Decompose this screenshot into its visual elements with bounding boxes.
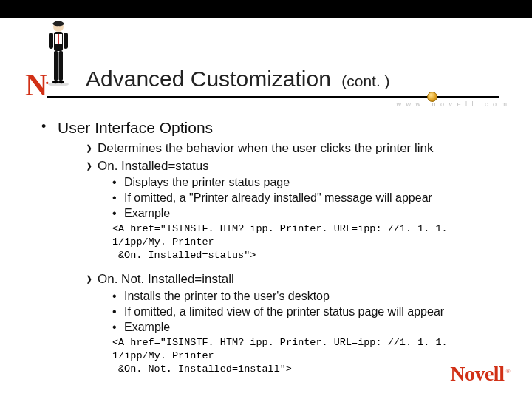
bullet-level3: • If omitted, a limited view of the prin… [112, 304, 505, 319]
bullet-level3: • Example [112, 206, 505, 221]
code-line: <A href="ISINSTF. HTM? ipp. Printer. URL… [112, 222, 505, 249]
text-installs-desktop: Installs the printer to the user's deskt… [124, 289, 330, 304]
text-omitted-installed: If omitted, a "Printer already installed… [124, 191, 432, 205]
bullet-dot-icon: • [41, 118, 58, 137]
code-block-1: <A href="ISINSTF. HTM? ipp. Printer. URL… [112, 222, 505, 263]
brand-url: w w w . n o v e l l . c o m [396, 100, 508, 108]
bullet-level2: ❱ On. Installed=status [86, 158, 505, 174]
svg-rect-6 [64, 33, 68, 49]
bullet-rquote-icon: ❱ [86, 271, 98, 287]
bullet-level3: • Example [112, 320, 505, 335]
text-oninstalled: On. Installed=status [98, 158, 209, 174]
slide-body: • User Interface Options ❱ Determines th… [41, 118, 505, 385]
figure-icon [44, 19, 72, 87]
svg-point-9 [52, 81, 58, 83]
bullet-dot-icon: • [112, 320, 124, 335]
footer-logo-text: Novell [450, 362, 504, 385]
footer-logo: Novell® [450, 362, 510, 386]
slide-title: Advanced Customization (cont. ) [86, 66, 390, 92]
code-block-2: <A href="ISINSTF. HTM? ipp. Printer. URL… [112, 336, 505, 377]
brand-n-mark: N. [25, 69, 48, 100]
bullet-dot-icon: • [112, 289, 124, 304]
bullet-dot-icon: • [112, 206, 124, 221]
bullet-rquote-icon: ❱ [86, 140, 98, 156]
text-onnotinstalled: On. Not. Installed=install [98, 271, 234, 287]
bullet-level3: • If omitted, a "Printer already install… [112, 191, 505, 205]
svg-rect-7 [54, 51, 58, 81]
svg-point-10 [58, 81, 64, 83]
bullet-level3: • Installs the printer to the user's des… [112, 289, 505, 304]
svg-rect-5 [49, 33, 53, 49]
bullet-rquote-icon: ❱ [86, 158, 98, 174]
bullet-level2: ❱ Determines the behavior when the user … [86, 140, 505, 156]
svg-point-0 [48, 82, 69, 86]
text-example-label: Example [124, 206, 170, 221]
text-determines-behavior: Determines the behavior when the user cl… [98, 140, 434, 156]
brand-n-glyph: N [25, 68, 47, 102]
svg-rect-8 [59, 51, 64, 81]
bullet-dot-icon: • [112, 175, 124, 190]
registered-mark-icon: ® [505, 368, 510, 375]
bullet-level3: • Displays the printer status page [112, 175, 505, 190]
bullet-dot-icon: • [112, 304, 124, 319]
code-line: &On. Not. Installed=install"> [112, 363, 505, 376]
top-bar [0, 0, 532, 18]
bullet-dot-icon: • [112, 191, 124, 205]
text-example-label: Example [124, 320, 170, 335]
code-line: <A href="ISINSTF. HTM? ipp. Printer. URL… [112, 336, 505, 363]
heading-ui-options: User Interface Options [58, 118, 213, 137]
text-displays-status: Displays the printer status page [124, 175, 290, 190]
text-omitted-limited: If omitted, a limited view of the printe… [124, 304, 444, 319]
bullet-level1: • User Interface Options [41, 118, 505, 137]
title-main: Advanced Customization [86, 66, 331, 91]
slide: N. Advanced Customization (cont. ) w w w… [0, 0, 532, 399]
code-line: &On. Installed=status"> [112, 249, 505, 262]
title-continuation: (cont. ) [341, 72, 389, 89]
bullet-level2: ❱ On. Not. Installed=install [86, 271, 505, 287]
